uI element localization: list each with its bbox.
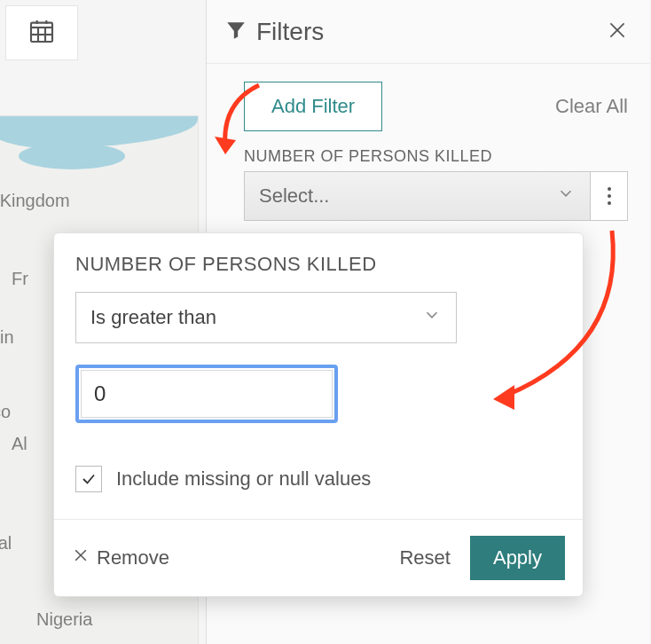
remove-label: Remove <box>97 546 169 569</box>
map-label: Mal <box>0 533 12 554</box>
map-label: Nigeria <box>36 609 92 630</box>
reset-button[interactable]: Reset <box>399 546 450 569</box>
add-filter-button[interactable]: Add Filter <box>244 82 382 131</box>
map-label: ain <box>0 327 14 348</box>
filter-select[interactable]: Select... <box>244 171 591 221</box>
filter-editor-label: NUMBER OF PERSONS KILLED <box>75 253 561 276</box>
remove-button[interactable]: Remove <box>72 546 169 569</box>
filter-select-placeholder: Select... <box>259 185 329 208</box>
calendar-icon <box>27 17 56 49</box>
map-label: Fr <box>12 269 28 289</box>
operator-value: Is greater than <box>90 306 216 329</box>
include-missing-row[interactable]: Include missing or null values <box>75 466 561 492</box>
close-icon <box>72 546 90 569</box>
svg-rect-0 <box>31 23 52 42</box>
filter-icon <box>224 19 247 45</box>
value-input-focus <box>75 365 338 423</box>
include-missing-label: Include missing or null values <box>116 467 371 491</box>
filters-title: Filters <box>256 18 324 46</box>
map-label: d Kingdom <box>0 191 70 211</box>
close-icon <box>606 19 629 45</box>
close-button[interactable] <box>603 18 631 46</box>
chevron-down-icon <box>556 184 576 208</box>
clear-all-button[interactable]: Clear All <box>555 95 628 118</box>
filters-actions: Add Filter Clear All <box>207 64 649 138</box>
map-label: cco <box>0 402 11 422</box>
chevron-down-icon <box>422 305 442 330</box>
operator-select[interactable]: Is greater than <box>75 292 457 343</box>
filter-editor-footer: Remove Reset Apply <box>54 519 583 596</box>
apply-button[interactable]: Apply <box>470 536 565 580</box>
filter-group-label: NUMBER OF PERSONS KILLED <box>244 147 628 166</box>
check-icon <box>81 471 97 487</box>
filters-header: Filters <box>207 0 649 64</box>
map-label: Al <box>12 434 27 454</box>
value-input[interactable] <box>81 370 333 418</box>
filter-group: NUMBER OF PERSONS KILLED Select... <box>207 138 649 221</box>
filter-editor-popover: NUMBER OF PERSONS KILLED Is greater than… <box>53 232 584 597</box>
filter-options-menu[interactable] <box>591 171 628 221</box>
include-missing-checkbox[interactable] <box>75 466 102 492</box>
calendar-button[interactable] <box>5 5 78 60</box>
